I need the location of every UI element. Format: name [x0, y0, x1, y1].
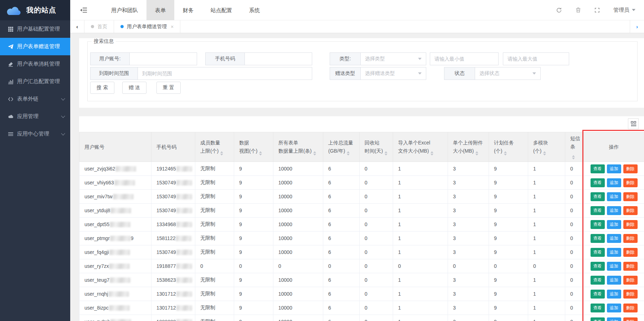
append-button[interactable]: 追加 — [607, 248, 621, 257]
search-button[interactable]: 搜 索 — [90, 82, 114, 94]
cell-value: 6 — [323, 315, 360, 321]
topnav-item-2[interactable]: 表单 — [146, 0, 174, 20]
sort-icon[interactable] — [431, 151, 433, 156]
column-settings-icon[interactable] — [628, 118, 639, 129]
column-header-9[interactable]: 单个上传附件大小(MB) — [448, 132, 489, 162]
sidebar-item-1[interactable]: 用户基础配置管理 — [0, 20, 70, 38]
delete-button[interactable]: 删除 — [623, 192, 638, 201]
column-header-4[interactable]: 数据视图(个) — [234, 132, 273, 162]
topnav-item-1[interactable]: 用户和团队 — [103, 0, 146, 20]
gift-button[interactable]: 赠 送 — [122, 82, 146, 94]
sidebar-item-2[interactable]: 用户表单赠送管理 — [0, 38, 70, 55]
reset-button[interactable]: 重 置 — [156, 82, 181, 94]
sort-icon[interactable] — [385, 151, 387, 156]
sidebar-item-7[interactable]: 应用中心管理 — [0, 125, 70, 143]
append-button[interactable]: 追加 — [607, 290, 621, 299]
cell-value: 1 — [393, 162, 448, 176]
cell-value: 0 — [360, 218, 393, 231]
max-value-input[interactable] — [503, 52, 569, 65]
trash-icon[interactable] — [576, 7, 581, 13]
sort-icon[interactable] — [475, 151, 478, 156]
sort-icon[interactable] — [347, 151, 350, 156]
fullscreen-icon[interactable] — [594, 7, 600, 13]
sidebar-item-3[interactable]: 用户表单消耗管理 — [0, 55, 70, 73]
append-button[interactable]: 追加 — [607, 164, 621, 173]
append-button[interactable]: 追加 — [607, 192, 621, 201]
append-button[interactable]: 追加 — [607, 234, 621, 243]
column-header-8[interactable]: 导入单个Excel文件大小(MB) — [393, 132, 448, 162]
view-button[interactable]: 查看 — [591, 276, 605, 285]
admin-menu[interactable]: 管理员 — [613, 7, 635, 14]
column-header-10[interactable]: 计划任务(个) — [489, 132, 528, 162]
view-button[interactable]: 查看 — [591, 192, 605, 201]
topnav-item-4[interactable]: 站点配置 — [202, 0, 241, 20]
column-header-5[interactable]: 所有表单数据量上限(条) — [273, 132, 323, 162]
min-value-input[interactable] — [430, 52, 499, 65]
close-icon[interactable]: × — [171, 24, 174, 30]
topnav-item-3[interactable]: 财务 — [174, 0, 202, 20]
topnav-item-5[interactable]: 系统 — [241, 0, 268, 20]
view-button[interactable]: 查看 — [591, 317, 605, 321]
view-button[interactable]: 查看 — [591, 304, 605, 312]
cell-value: 3 — [448, 301, 489, 315]
cell-value: 1 — [528, 273, 565, 287]
delete-button[interactable]: 删除 — [623, 178, 638, 187]
sort-icon[interactable] — [572, 155, 575, 159]
column-header-7[interactable]: 回收站时间(天) — [360, 132, 393, 162]
column-header-12[interactable]: 短信条 — [565, 132, 584, 162]
sort-icon[interactable] — [220, 151, 223, 156]
delete-button[interactable]: 删除 — [623, 164, 638, 173]
append-button[interactable]: 追加 — [607, 220, 621, 229]
type-select[interactable]: 选择类型 — [360, 52, 426, 65]
phone-input[interactable] — [244, 52, 312, 65]
sort-icon[interactable] — [313, 151, 316, 156]
delete-button[interactable]: 删除 — [623, 290, 638, 299]
view-button[interactable]: 查看 — [591, 164, 605, 173]
delete-button[interactable]: 删除 — [623, 317, 638, 321]
view-button[interactable]: 查看 — [591, 234, 605, 243]
gift-type-select[interactable]: 选择赠送类型 — [360, 67, 426, 80]
sort-icon[interactable] — [259, 151, 262, 156]
append-button[interactable]: 追加 — [607, 304, 621, 312]
view-button[interactable]: 查看 — [591, 262, 605, 271]
tabs-scroll-left[interactable]: ‹ — [70, 20, 84, 33]
view-button[interactable]: 查看 — [591, 178, 605, 187]
column-header-11[interactable]: 多模块(个) — [528, 132, 565, 162]
account-input[interactable] — [129, 52, 197, 65]
chevron-down-icon — [418, 72, 422, 75]
delete-button[interactable]: 删除 — [623, 234, 638, 243]
append-button[interactable]: 追加 — [607, 276, 621, 285]
append-button[interactable]: 追加 — [607, 206, 621, 215]
tab-1[interactable]: 首页 — [84, 20, 114, 33]
delete-button[interactable]: 删除 — [623, 220, 638, 229]
status-select[interactable]: 选择状态 — [475, 67, 541, 80]
sidebar-item-6[interactable]: 应用管理 — [0, 108, 70, 125]
refresh-icon[interactable] — [556, 7, 562, 13]
delete-button[interactable]: 删除 — [623, 276, 638, 285]
sort-icon[interactable] — [543, 151, 546, 156]
append-button[interactable]: 追加 — [607, 178, 621, 187]
view-button[interactable]: 查看 — [591, 290, 605, 299]
expire-label: 到期时间范围 — [90, 67, 138, 80]
view-button[interactable]: 查看 — [591, 206, 605, 215]
tabs-scroll-right[interactable]: › — [630, 20, 644, 33]
delete-button[interactable]: 删除 — [623, 304, 638, 312]
sidebar-item-4[interactable]: 用户汇总配置管理 — [0, 73, 70, 90]
menu-fold-icon[interactable] — [80, 7, 87, 13]
sidebar-item-5[interactable]: 表单外链 — [0, 90, 70, 108]
view-button[interactable]: 查看 — [591, 220, 605, 229]
header-text-line2: 文件大小(MB) — [398, 147, 446, 156]
delete-button[interactable]: 删除 — [623, 248, 638, 257]
column-header-3[interactable]: 成员数量上限(个) — [195, 132, 234, 162]
delete-button[interactable]: 删除 — [623, 206, 638, 215]
delete-button[interactable]: 删除 — [623, 262, 638, 271]
view-button[interactable]: 查看 — [591, 248, 605, 257]
sort-icon[interactable] — [504, 151, 507, 156]
expire-range-input[interactable] — [138, 67, 312, 80]
append-button[interactable]: 追加 — [607, 317, 621, 321]
tab-2[interactable]: 用户表单赠送管理× — [114, 20, 180, 33]
status-field-group: 状态 选择状态 — [444, 67, 541, 80]
append-button[interactable]: 追加 — [607, 262, 621, 271]
app-logo[interactable]: 我的站点 — [0, 0, 70, 20]
column-header-6[interactable]: 上传总流量(GB/年) — [323, 132, 360, 162]
